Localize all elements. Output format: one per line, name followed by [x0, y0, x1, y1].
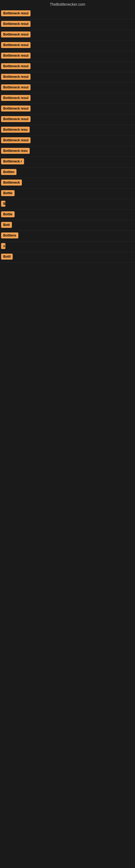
result-row-19: B — [0, 199, 135, 210]
bottleneck-badge-3[interactable]: Bottleneck resul — [1, 31, 31, 37]
result-row-23: s — [0, 241, 135, 252]
result-row-15: Bottleneck r — [0, 157, 135, 167]
results-container: Bottleneck resulBottleneck resulBottlene… — [0, 9, 135, 262]
result-row-4: Bottleneck resul — [0, 40, 135, 51]
result-row-10: Bottleneck resul — [0, 104, 135, 115]
bottleneck-badge-11[interactable]: Bottleneck resul — [1, 116, 31, 122]
result-row-1: Bottleneck resul — [0, 9, 135, 19]
bottleneck-badge-16[interactable]: Bottlen — [1, 169, 16, 175]
bottleneck-badge-20[interactable]: Bottle — [1, 211, 14, 217]
bottleneck-badge-10[interactable]: Bottleneck resul — [1, 105, 31, 112]
bottleneck-badge-7[interactable]: Bottleneck resul — [1, 74, 31, 80]
bottleneck-badge-6[interactable]: Bottleneck resul — [1, 63, 31, 69]
result-row-11: Bottleneck resul — [0, 115, 135, 125]
result-row-3: Bottleneck resul — [0, 30, 135, 40]
result-row-2: Bottleneck resul — [0, 19, 135, 30]
result-row-6: Bottleneck resul — [0, 62, 135, 72]
result-row-22: Bottlens — [0, 231, 135, 241]
result-row-16: Bottlen — [0, 167, 135, 178]
result-row-9: Bottleneck resul — [0, 93, 135, 104]
result-row-8: Bottleneck resul — [0, 83, 135, 93]
site-title: TheBottlenecker.com — [0, 0, 135, 9]
bottleneck-badge-19[interactable]: B — [1, 201, 5, 207]
result-row-17: Bottleneck — [0, 178, 135, 188]
result-row-7: Bottleneck resul — [0, 72, 135, 83]
result-row-5: Bottleneck resul — [0, 51, 135, 62]
bottleneck-badge-9[interactable]: Bottleneck resul — [1, 95, 31, 101]
bottleneck-badge-15[interactable]: Bottleneck r — [1, 158, 24, 164]
bottleneck-badge-24[interactable]: Bottl — [1, 254, 13, 259]
result-row-24: Bottl — [0, 252, 135, 262]
bottleneck-badge-21[interactable]: Bott — [1, 222, 12, 228]
bottleneck-badge-2[interactable]: Bottleneck resul — [1, 21, 31, 27]
bottleneck-badge-17[interactable]: Bottleneck — [1, 180, 22, 186]
bottleneck-badge-1[interactable]: Bottleneck resul — [1, 10, 31, 16]
bottleneck-badge-5[interactable]: Bottleneck resul — [1, 53, 31, 59]
bottleneck-badge-4[interactable]: Bottleneck resul — [1, 42, 31, 48]
result-row-20: Bottle — [0, 210, 135, 220]
bottleneck-badge-18[interactable]: Bottle — [1, 190, 14, 196]
bottleneck-badge-13[interactable]: Bottleneck resul — [1, 137, 31, 143]
result-row-14: Bottleneck resu — [0, 146, 135, 157]
result-row-12: Bottleneck resu — [0, 125, 135, 135]
result-row-21: Bott — [0, 220, 135, 231]
bottleneck-badge-12[interactable]: Bottleneck resu — [1, 127, 30, 133]
bottleneck-badge-8[interactable]: Bottleneck resul — [1, 84, 31, 90]
bottleneck-badge-22[interactable]: Bottlens — [1, 232, 18, 239]
bottleneck-badge-14[interactable]: Bottleneck resu — [1, 148, 30, 154]
result-row-18: Bottle — [0, 188, 135, 199]
result-row-13: Bottleneck resul — [0, 135, 135, 146]
bottleneck-badge-23[interactable]: s — [1, 243, 5, 249]
